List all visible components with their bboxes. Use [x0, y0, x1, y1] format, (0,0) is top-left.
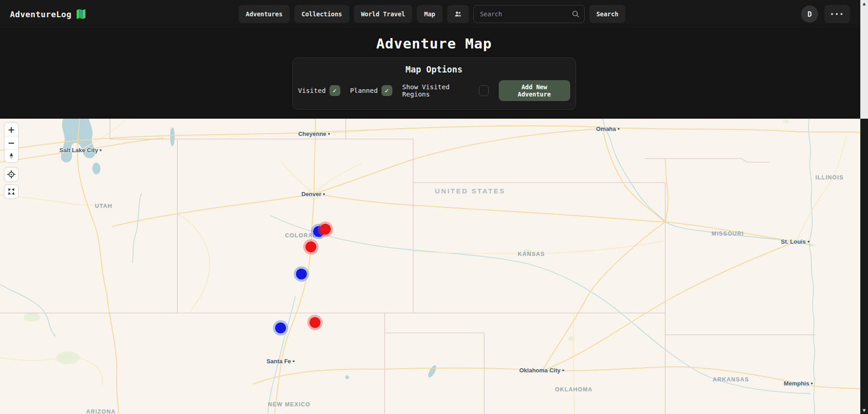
map-options-row: Visited ✓ Planned ✓ Show Visited Regions…: [298, 80, 570, 101]
users-button[interactable]: [447, 5, 469, 23]
nav-collections-button[interactable]: Collections: [294, 5, 349, 23]
show-visited-regions-checkbox[interactable]: [479, 85, 489, 96]
overflow-menu-button[interactable]: •••: [825, 5, 850, 23]
users-icon: [454, 10, 462, 18]
zoom-in-button[interactable]: +: [5, 123, 18, 136]
planned-checkbox[interactable]: ✓: [382, 85, 392, 96]
brand-name: AdventureLog: [10, 10, 72, 19]
toggle-visited-label: Visited: [298, 87, 326, 94]
avatar[interactable]: D: [801, 5, 818, 23]
check-icon: ✓: [385, 87, 389, 95]
zoom-out-button[interactable]: −: [5, 136, 18, 149]
adventure-marker-red[interactable]: [310, 317, 320, 328]
search-field-wrap: [473, 5, 585, 23]
fullscreen-button[interactable]: [5, 185, 18, 198]
navbar-right: D •••: [801, 5, 858, 23]
map-options-title: Map Options: [298, 64, 570, 74]
fullscreen-icon: [7, 188, 15, 196]
brand[interactable]: AdventureLog: [10, 8, 87, 20]
toggle-visited: Visited ✓: [298, 85, 340, 96]
nav-adventures-button[interactable]: Adventures: [238, 5, 290, 23]
map-canvas[interactable]: UNITED STATES UTAH COLORADO KANSAS MISSO…: [0, 119, 860, 414]
check-icon: ✓: [333, 87, 337, 95]
scrollbar-thumb[interactable]: [860, 0, 868, 119]
scroll-down-icon[interactable]: ▼: [863, 408, 866, 413]
adventure-marker-blue[interactable]: [275, 323, 286, 333]
navbar: AdventureLog Adventures Collections Worl…: [0, 0, 868, 28]
page-title: Adventure Map: [0, 35, 868, 52]
compass-icon: ▲ ▼: [10, 153, 13, 159]
search-icon: [571, 10, 580, 19]
visited-checkbox[interactable]: ✓: [329, 85, 340, 96]
adventure-marker-red[interactable]: [305, 241, 316, 252]
nav-map-button[interactable]: Map: [417, 5, 442, 23]
page-scrollbar[interactable]: ▲ ▼: [860, 0, 868, 414]
geolocate-button[interactable]: [5, 168, 18, 181]
search-button[interactable]: Search: [589, 5, 626, 23]
toggle-planned-label: Planned: [350, 87, 378, 94]
compass-button[interactable]: ▲ ▼: [5, 149, 18, 162]
main-nav: Adventures Collections World Travel Map: [238, 0, 625, 28]
scroll-up-icon[interactable]: ▲: [863, 1, 866, 6]
geolocate-icon: [7, 170, 16, 179]
search-input[interactable]: [473, 5, 585, 23]
add-new-adventure-button[interactable]: Add New Adventure: [499, 80, 570, 101]
map-options-card: Map Options Visited ✓ Planned ✓ Show Vis…: [292, 58, 576, 110]
nav-world-travel-button[interactable]: World Travel: [354, 5, 413, 23]
toggle-planned: Planned ✓: [350, 85, 392, 96]
adventure-marker-red[interactable]: [320, 224, 331, 235]
map-zoom-controls: + − ▲ ▼: [5, 123, 18, 162]
toggle-show-visited-regions-label: Show Visited Regions: [402, 83, 475, 98]
adventure-marker-blue[interactable]: [296, 269, 307, 279]
map-logo-icon: [75, 8, 87, 20]
toggle-show-visited-regions: Show Visited Regions: [402, 83, 489, 98]
map-base-layer: [0, 119, 860, 414]
